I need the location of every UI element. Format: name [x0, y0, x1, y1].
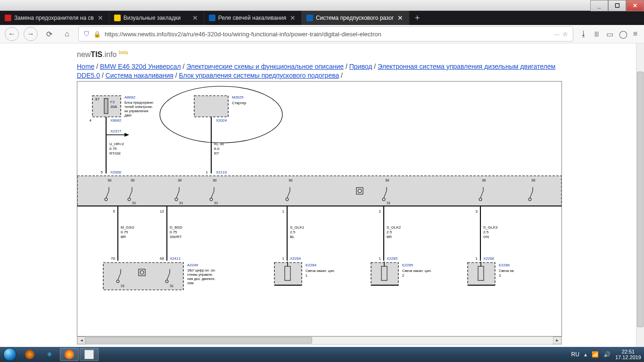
svg-rect-2 [104, 99, 108, 114]
svg-text:X2285: X2285 [387, 256, 398, 261]
browser-tab[interactable]: Визуальные закладки ✕ [109, 11, 204, 25]
breadcrumb-separator: / [173, 72, 179, 79]
svg-text:5: 5 [113, 209, 116, 214]
svg-text:70: 70 [111, 256, 115, 261]
nav-reload-button[interactable]: ⟳ [42, 27, 56, 41]
breadcrumb-link[interactable]: BMW E46 320d Универсал [100, 63, 181, 70]
start-button[interactable] [0, 347, 20, 362]
downloads-icon[interactable]: ⭳ [580, 30, 587, 39]
svg-text:X2411: X2411 [170, 256, 181, 261]
svg-text:E2284: E2284 [305, 263, 317, 267]
window-minimize-button[interactable]: _ [590, 0, 608, 11]
tray-clock[interactable]: 22:51 17.12.2019 [615, 349, 641, 360]
svg-text:E2285: E2285 [402, 263, 413, 267]
svg-text:1: 1 [305, 273, 307, 278]
tab-favicon-icon [209, 15, 215, 21]
svg-text:2.5: 2.5 [290, 230, 296, 234]
svg-text:5: 5 [101, 170, 103, 174]
tray-language[interactable]: RU [571, 351, 579, 358]
svg-text:1: 1 [379, 256, 381, 261]
tab-close-icon[interactable]: ✕ [97, 14, 104, 22]
svg-rect-21 [194, 96, 228, 117]
svg-text:31: 31 [132, 201, 136, 205]
svg-text:1: 1 [282, 209, 285, 214]
svg-text:30: 30 [213, 178, 216, 182]
tab-title: Реле свечей накаливания [218, 15, 286, 21]
tab-title: Визуальные закладки [124, 15, 189, 21]
bookmark-star-icon[interactable]: ☆ [562, 31, 568, 38]
task-icon-app2[interactable]: ❋ [40, 348, 59, 361]
window-maximize-button[interactable]: ☐ [608, 0, 626, 11]
task-icon-firefox[interactable] [60, 348, 79, 361]
tab-favicon-icon [114, 15, 121, 21]
nav-home-button[interactable]: ⌂ [60, 27, 74, 41]
breadcrumb-link[interactable]: Home [77, 63, 94, 70]
svg-text:31: 31 [179, 201, 183, 205]
tab-favicon-icon [306, 15, 313, 21]
svg-text:GN: GN [483, 235, 489, 239]
nav-forward-button[interactable]: → [24, 27, 38, 41]
svg-text:12: 12 [160, 209, 164, 214]
tab-close-icon[interactable]: ✕ [396, 14, 404, 22]
svg-text:Стартер: Стартер [232, 101, 247, 105]
svg-text:F2: F2 [110, 100, 115, 104]
task-icon-editor[interactable] [80, 348, 99, 361]
new-tab-button[interactable]: + [409, 11, 425, 25]
app-menu-icon[interactable]: ≡ [633, 30, 637, 39]
windows-taskbar: ❋ RU ▴ 📶 🔊 22:51 17.12.2019 [0, 347, 644, 362]
tracking-shield-icon[interactable]: ⛉ [83, 31, 90, 38]
scroll-right-arrow[interactable]: ► [553, 337, 561, 344]
svg-text:2.5: 2.5 [387, 230, 392, 234]
svg-marker-14 [124, 133, 129, 137]
svg-text:2: 2 [402, 273, 404, 278]
vertical-scrollbar[interactable] [636, 43, 644, 353]
svg-text:X8682: X8682 [110, 118, 122, 123]
horizontal-scrollbar[interactable]: ◄ ► [77, 337, 562, 345]
svg-text:6.0: 6.0 [214, 147, 220, 151]
tray-network-icon[interactable]: 📶 [592, 351, 599, 358]
svg-text:87: 87 [95, 97, 99, 101]
breadcrumb-separator: / [181, 63, 187, 70]
tab-close-icon[interactable]: ✕ [289, 14, 297, 22]
svg-text:RT: RT [214, 151, 219, 156]
svg-text:68: 68 [160, 256, 164, 261]
svg-text:30: 30 [289, 178, 292, 182]
breadcrumb-link[interactable]: Блок управления системы предпускового по… [179, 72, 339, 79]
svg-text:31: 31 [387, 201, 390, 205]
svg-text:30: 30 [178, 178, 182, 182]
svg-text:S_GLK3: S_GLK3 [483, 225, 498, 230]
breadcrumb-separator: / [100, 72, 106, 79]
vscroll-thumb[interactable] [637, 72, 644, 327]
svg-text:3: 3 [499, 273, 501, 278]
library-icon[interactable]: ⫼ [593, 30, 601, 39]
page-actions-icon[interactable]: ··· [554, 31, 560, 38]
breadcrumb-link[interactable]: Электрические схемы и функциональное опи… [186, 63, 344, 70]
tray-flag-icon[interactable]: ▴ [584, 351, 587, 358]
site-logo: newTIS.info beta [77, 50, 128, 59]
svg-text:30: 30 [107, 178, 111, 182]
page-content: newTIS.info beta Home / BMW E46 320d Уни… [0, 43, 644, 353]
browser-toolbar: ← → ⟳ ⌂ ⛉ 🔒 https://www.newtis.info/tisv… [0, 25, 644, 43]
scroll-thumb[interactable] [85, 337, 312, 344]
svg-text:20A: 20A [110, 105, 117, 109]
sidebar-icon[interactable]: ▭ [606, 30, 613, 39]
tab-close-icon[interactable]: ✕ [191, 14, 199, 22]
url-bar[interactable]: ⛉ 🔒 https://www.newtis.info/tisv2/a/ru/e… [78, 26, 573, 41]
svg-text:Свеча накал. цил.: Свеча накал. цил. [305, 269, 335, 273]
system-tray: RU ▴ 📶 🔊 22:51 17.12.2019 [571, 349, 644, 360]
svg-text:X2024: X2024 [216, 118, 227, 123]
wiring-diagram: 87F220AA8682Блок предохрани-телей электр… [77, 81, 562, 337]
tray-volume-icon[interactable]: 🔊 [603, 351, 611, 358]
window-close-button[interactable]: ✕ [626, 0, 644, 11]
browser-tab[interactable]: Реле свечей накаливания ✕ [204, 11, 302, 25]
breadcrumb-link[interactable]: Привод [349, 63, 372, 70]
svg-text:0.75: 0.75 [170, 230, 177, 234]
breadcrumb-link[interactable]: Система накаливания [106, 72, 173, 79]
svg-text:SW/RT: SW/RT [170, 235, 182, 239]
svg-text:31: 31 [214, 201, 218, 205]
browser-tab[interactable]: Система предпускового разог ✕ [302, 11, 409, 25]
browser-tab[interactable]: Замена предохранителя на св ✕ [0, 11, 109, 25]
nav-back-button[interactable]: ← [5, 27, 19, 41]
task-icon-app1[interactable] [20, 348, 39, 361]
account-icon[interactable]: ◯ [619, 30, 627, 39]
